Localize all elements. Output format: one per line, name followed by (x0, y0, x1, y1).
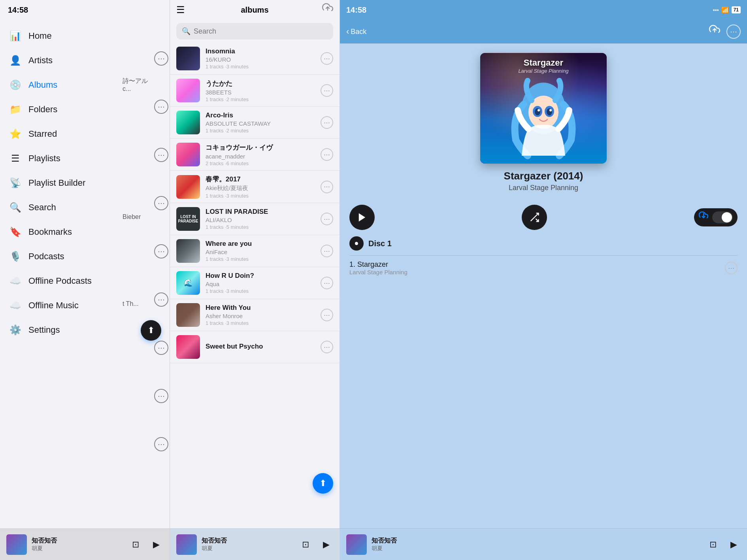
svg-marker-8 (359, 213, 365, 222)
panel3-now-playing-thumbnail (346, 534, 367, 555)
album-more-arco[interactable]: ⋯ (321, 116, 333, 129)
header-more-button[interactable]: ⋯ (726, 25, 741, 39)
album-item-lost[interactable]: LOST IN PARADISE LOST IN PARADISE ALI/AK… (170, 203, 340, 235)
more-button-7[interactable]: ⋯ (154, 341, 168, 355)
offline-music-icon: ☁️ (9, 300, 21, 311)
sidebar-item-bookmarks[interactable]: 🔖 Bookmarks (0, 220, 170, 244)
album-art-where (176, 239, 200, 263)
panel2-cast-button[interactable]: ⊡ (298, 537, 313, 552)
more-button-3[interactable]: ⋯ (154, 148, 168, 162)
album-more-sweet[interactable]: ⋯ (321, 341, 333, 353)
sidebar-item-offline-podcasts[interactable]: ☁️ Offline Podcasts (0, 269, 170, 293)
search-icon-panel2: 🔍 (182, 27, 191, 36)
panel1-upload-fab[interactable]: ⬆ (141, 320, 161, 341)
track-more-button-1[interactable]: ⋯ (725, 262, 738, 274)
album-cover-large: Stargazer Larval Stage Planning (480, 53, 607, 164)
album-item-arco[interactable]: Arco-Iris ABSOLUTE CASTAWAY 1 tracks ·2 … (170, 107, 340, 139)
album-more-utakata[interactable]: ⋯ (321, 84, 333, 97)
back-button[interactable]: ‹ Back (346, 26, 366, 37)
panel2-search-bar[interactable]: 🔍 (176, 23, 333, 40)
album-name-insomnia: Insomnia (206, 47, 315, 55)
album-meta-spring: 1 tracks ·3 minutes (206, 193, 315, 199)
album-info-insomnia: Insomnia 16/KURO 1 tracks ·3 minutes (206, 47, 315, 70)
album-name-lost: LOST IN PARADISE (206, 208, 315, 216)
album-more-insomnia[interactable]: ⋯ (321, 52, 333, 65)
sidebar-item-offline-music[interactable]: ☁️ Offline Music (0, 293, 170, 318)
more-button-9[interactable]: ⋯ (154, 437, 168, 451)
sidebar-item-home[interactable]: 📊 Home (0, 24, 170, 48)
sidebar-item-folders[interactable]: 📁 Folders (0, 97, 170, 122)
sidebar-item-search[interactable]: 🔍 Search (0, 195, 170, 220)
album-item-insomnia[interactable]: Insomnia 16/KURO 1 tracks ·3 minutes ⋯ (170, 43, 340, 75)
album-meta-herewith: 1 tracks ·3 minutes (206, 320, 315, 326)
sidebar-item-playlists[interactable]: ☰ Playlists (0, 146, 170, 171)
panel3-status-icons: ▪▪▪ 📶 71 (713, 6, 741, 14)
album-item-howru[interactable]: 🌊 How R U Doin? Aqua 1 tracks ·3 minutes… (170, 267, 340, 299)
album-item-kokyou[interactable]: コキョウガール・イヴ acane_madder 2 tracks ·6 minu… (170, 139, 340, 171)
panel3-cast-button[interactable]: ⊡ (706, 537, 720, 552)
album-more-where[interactable]: ⋯ (321, 245, 333, 257)
cast-button[interactable]: ⊡ (128, 537, 143, 552)
panel2-upload-fab[interactable]: ⬆ (313, 473, 333, 494)
more-button-4[interactable]: ⋯ (154, 196, 168, 210)
sidebar-item-bookmarks-label: Bookmarks (28, 227, 72, 237)
download-toggle[interactable] (694, 208, 738, 226)
panel2-now-playing-artist: 胡夏 (202, 545, 294, 552)
more-button-5[interactable]: ⋯ (154, 244, 168, 258)
album-item-spring[interactable]: 春雫。2017 Akie秋絵/夏瑞夜 1 tracks ·3 minutes ⋯ (170, 171, 340, 203)
albums-list-panel: ☰ albums 🔍 Insomnia 16/KURO 1 tracks ·3 … (170, 0, 340, 560)
search-input[interactable] (194, 27, 328, 36)
anime-character-svg (504, 77, 583, 164)
upload-button-panel1[interactable]: ⬆ (141, 320, 161, 341)
album-artist-herewith: Asher Monroe (206, 313, 315, 319)
panel3-play-button[interactable]: ▶ (726, 537, 741, 552)
album-artist-spring: Akie秋絵/夏瑞夜 (206, 185, 315, 192)
sidebar-item-playlist-builder[interactable]: 📡 Playlist Builder (0, 171, 170, 195)
album-detail-title: Stargazer (2014) (504, 170, 583, 182)
play-button[interactable]: ▶ (149, 537, 163, 552)
album-more-howru[interactable]: ⋯ (321, 277, 333, 289)
sidebar-item-artists-label: Artists (28, 55, 53, 66)
more-button-6[interactable]: ⋯ (154, 292, 168, 307)
album-more-kokyou[interactable]: ⋯ (321, 148, 333, 161)
panel2-cloud-button[interactable] (319, 3, 333, 17)
panel1-status-bar: 14:58 (0, 0, 170, 20)
disc-icon[interactable] (349, 236, 364, 251)
panel3-signal-icon: ▪▪▪ (713, 7, 719, 13)
album-meta-where: 1 tracks ·3 minutes (206, 256, 315, 262)
podcasts-icon: 🎙️ (9, 251, 21, 262)
album-more-lost[interactable]: ⋯ (321, 213, 333, 225)
shuffle-button[interactable] (522, 205, 547, 230)
blurred-text-3: t Th... (123, 300, 139, 307)
more-button-2[interactable]: ⋯ (154, 100, 168, 114)
album-item-herewith[interactable]: Here With You Asher Monroe 1 tracks ·3 m… (170, 299, 340, 331)
more-button-1[interactable]: ⋯ (154, 51, 168, 66)
panel3-time: 14:58 (346, 6, 366, 15)
album-name-utakata: うたかた (206, 79, 315, 88)
sidebar-item-artists[interactable]: 👤 Artists (0, 48, 170, 73)
album-item-sweet[interactable]: Sweet but Psycho ⋯ (170, 331, 340, 363)
sidebar-item-starred[interactable]: ⭐ Starred (0, 122, 170, 146)
track-artist-1: Larval Stage Planning (349, 269, 725, 275)
navigation-list: 📊 Home 👤 Artists 💿 Albums 📁 Folders ⭐ St… (0, 20, 170, 528)
header-cloud-button[interactable] (709, 25, 720, 38)
sidebar-item-starred-label: Starred (28, 129, 57, 139)
download-toggle-switch[interactable] (712, 211, 733, 223)
home-icon: 📊 (9, 30, 21, 42)
album-cover-section: Stargazer Larval Stage Planning (340, 43, 747, 198)
album-item-where[interactable]: Where are you AniFace 1 tracks ·3 minute… (170, 235, 340, 267)
album-more-spring[interactable]: ⋯ (321, 181, 333, 193)
album-meta-kokyou: 2 tracks ·6 minutes (206, 160, 315, 166)
more-button-8[interactable]: ⋯ (154, 389, 168, 403)
panel2-play-button[interactable]: ▶ (319, 537, 333, 552)
album-item-utakata[interactable]: うたかた 38BEETS 1 tracks ·2 minutes ⋯ (170, 75, 340, 107)
sidebar-item-podcasts[interactable]: 🎙️ Podcasts (0, 244, 170, 269)
play-large-button[interactable] (349, 205, 375, 230)
panel2-header: ☰ albums (170, 0, 340, 20)
panel2-now-playing-info: 知否知否 胡夏 (202, 537, 294, 552)
menu-button[interactable]: ☰ (176, 4, 191, 15)
album-more-herewith[interactable]: ⋯ (321, 309, 333, 321)
track-item-1[interactable]: 1. Stargazer Larval Stage Planning ⋯ (349, 255, 738, 280)
album-name-kokyou: コキョウガール・イヴ (206, 143, 315, 152)
disc-header: Disc 1 (349, 236, 738, 251)
